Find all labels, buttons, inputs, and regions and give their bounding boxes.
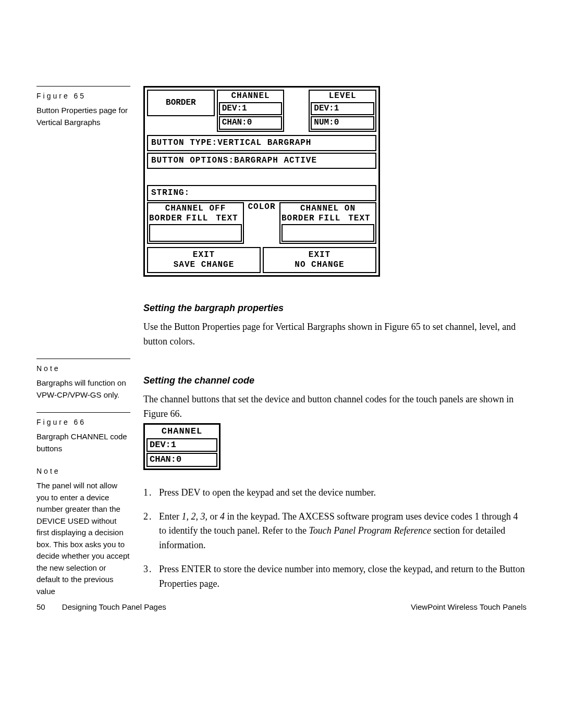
channel-chan-button[interactable]: CHAN:0 [219, 116, 283, 129]
string-field[interactable]: STRING: [147, 185, 376, 201]
step-3: 3. Press ENTER to store the device numbe… [143, 562, 527, 591]
channel-code-panel: CHANNEL DEV:1 CHAN:0 [143, 423, 221, 470]
channel-off-title: CHANNEL OFF [149, 204, 242, 214]
col-text: TEXT [345, 214, 374, 224]
channel-dev-button[interactable]: DEV:1 [146, 438, 217, 452]
exit-line2: SAVE CHANGE [148, 260, 260, 270]
figure-66-caption: Figure 66 Bargraph CHANNEL code buttons [36, 412, 130, 454]
channel-dev-button[interactable]: DEV:1 [219, 102, 283, 115]
footer-left-text: Designing Touch Panel Pages [62, 602, 166, 611]
figure-65-caption: Figure 65 Button Properties page for Ver… [36, 86, 130, 128]
border-button-label: BORDER [166, 98, 196, 107]
figure-caption-text: Bargraph CHANNEL code buttons [36, 431, 130, 454]
step-text: Press DEV to open the keypad and set the… [159, 486, 376, 500]
exit-save-button[interactable]: EXIT SAVE CHANGE [147, 247, 261, 273]
note-label: Note [36, 466, 130, 477]
level-title: LEVEL [310, 91, 375, 102]
channel-block: CHANNEL DEV:1 CHAN:0 [217, 90, 285, 132]
note-text: Bargraphs will function on VPW-CP/VPW-GS… [36, 377, 130, 401]
paragraph: The channel buttons that set the device … [143, 392, 527, 422]
level-num-button[interactable]: NUM:0 [311, 116, 374, 129]
figure-label: Figure 66 [36, 417, 130, 428]
figure-label: Figure 65 [36, 91, 130, 102]
col-border: BORDER [282, 214, 315, 224]
channel-off-color-button[interactable] [149, 224, 242, 242]
exit-line1: EXIT [264, 250, 375, 260]
col-fill: FILL [182, 214, 212, 224]
exit-line1: EXIT [148, 250, 260, 260]
page-number: 50 [36, 602, 45, 611]
note-1: Note Bargraphs will function on VPW-CP/V… [36, 359, 130, 401]
channel-title: CHANNEL [218, 91, 284, 102]
channel-on-color-button[interactable] [282, 224, 374, 242]
page-footer: 50 Designing Touch Panel Pages ViewPoint… [36, 602, 527, 611]
step-text: Press ENTER to store the device number i… [159, 562, 527, 591]
exit-nochange-button[interactable]: EXIT NO CHANGE [263, 247, 376, 273]
step-number: 3. [143, 562, 159, 591]
level-dev-button[interactable]: DEV:1 [311, 102, 374, 115]
channel-on-title: CHANNEL ON [282, 204, 374, 214]
border-button[interactable]: BORDER [147, 90, 215, 116]
color-label: COLOR [246, 202, 277, 245]
note-2: Note The panel will not allow you to ent… [36, 466, 130, 597]
section-heading-bargraph-properties: Setting the bargraph properties [143, 303, 527, 314]
channel-on-group: CHANNEL ON BORDER FILL TEXT [279, 202, 376, 243]
section-heading-channel-code: Setting the channel code [143, 375, 527, 386]
numbered-steps: 1. Press DEV to open the keypad and set … [143, 486, 527, 591]
col-fill: FILL [315, 214, 345, 224]
col-text: TEXT [212, 214, 242, 224]
figure-caption-text: Button Properties page for Vertical Barg… [36, 105, 130, 128]
step-number: 1. [143, 486, 159, 500]
level-block: LEVEL DEV:1 NUM:0 [309, 90, 376, 132]
note-label: Note [36, 363, 130, 374]
channel-title: CHANNEL [146, 426, 217, 437]
channel-chan-button[interactable]: CHAN:0 [146, 453, 217, 466]
paragraph: Use the Button Properties page for Verti… [143, 320, 527, 349]
button-properties-panel: BORDER CHANNEL DEV:1 CHAN:0 LEVEL DEV:1 [143, 86, 380, 277]
col-border: BORDER [149, 214, 182, 224]
note-text: The panel will not allow you to enter a … [36, 480, 130, 597]
footer-right-text: ViewPoint Wireless Touch Panels [411, 602, 527, 611]
step-2: 2. Enter 1, 2, 3, or 4 in the keypad. Th… [143, 510, 527, 553]
step-text: Enter 1, 2, 3, or 4 in the keypad. The A… [159, 510, 527, 553]
button-options-field[interactable]: BUTTON OPTIONS:BARGRAPH ACTIVE [147, 153, 376, 169]
exit-line2: NO CHANGE [264, 260, 375, 270]
step-number: 2. [143, 510, 159, 553]
sidebar-column: Figure 65 Button Properties page for Ver… [36, 86, 130, 597]
step-1: 1. Press DEV to open the keypad and set … [143, 486, 527, 500]
button-type-field[interactable]: BUTTON TYPE:VERTICAL BARGRAPH [147, 135, 376, 151]
main-column: BORDER CHANNEL DEV:1 CHAN:0 LEVEL DEV:1 [143, 86, 527, 591]
channel-off-group: CHANNEL OFF BORDER FILL TEXT [147, 202, 244, 243]
